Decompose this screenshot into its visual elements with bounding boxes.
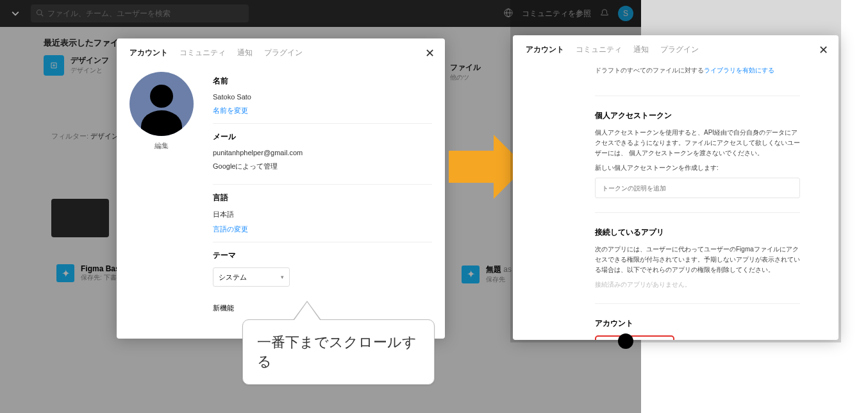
- email-label: メール: [213, 131, 432, 142]
- theme-label: テーマ: [213, 250, 432, 261]
- modal-tabs: アカウント コミュニティ 通知 プラグイン ✕: [117, 38, 445, 68]
- scroll-callout: 一番下までスクロールする: [242, 319, 435, 385]
- delete-account-button[interactable]: アカウントを削除: [595, 335, 674, 340]
- profile-info: 名前 Satoko Sato 名前を変更 メール punitanhphelper…: [213, 68, 432, 339]
- enable-libraries-link[interactable]: ライブラリを有効にする: [704, 67, 774, 74]
- close-icon[interactable]: ✕: [425, 46, 435, 60]
- apps-description: 次のアプリには、ユーザーに代わってユーザーのFigmaファイルにアクセスできる権…: [595, 244, 800, 275]
- close-icon[interactable]: ✕: [819, 43, 828, 57]
- callout-text: 一番下までスクロールする: [257, 334, 417, 369]
- avatar-edit-link[interactable]: 編集: [154, 141, 169, 151]
- connected-apps-section: 接続しているアプリ 次のアプリには、ユーザーに代わってユーザーのFigmaファイ…: [595, 227, 800, 289]
- tab-plugins[interactable]: プラグイン: [264, 47, 303, 58]
- avatar[interactable]: [129, 72, 194, 136]
- token-description: 個人アクセストークンを使用すると、API経由で自分自身のデータにアクセスできるよ…: [595, 128, 800, 158]
- step-indicator-icon: [618, 333, 633, 349]
- name-label: 名前: [213, 76, 432, 87]
- token-heading: 個人アクセストークン: [595, 110, 800, 121]
- draft-libraries-line: ドラフトのすべてのファイルに対するライブラリを有効にする: [595, 65, 800, 81]
- token-description-input[interactable]: [595, 178, 800, 198]
- tab-account[interactable]: アカウント: [526, 44, 564, 55]
- modal-tabs: アカウント コミュニティ 通知 プラグイン ✕: [513, 35, 839, 65]
- theme-select[interactable]: システム ▾: [213, 267, 290, 287]
- tab-community[interactable]: コミュニティ: [179, 47, 226, 58]
- token-create-label: 新しい個人アクセストークンを作成します:: [595, 164, 800, 173]
- name-value: Satoko Sato: [213, 93, 432, 101]
- tab-notifications[interactable]: 通知: [237, 47, 253, 58]
- language-label: 言語: [213, 192, 432, 203]
- tab-plugins[interactable]: プラグイン: [660, 44, 699, 55]
- change-language-link[interactable]: 言語の変更: [213, 224, 432, 234]
- email-managed: Googleによって管理: [213, 162, 432, 171]
- settings-modal-left: アカウント コミュニティ 通知 プラグイン ✕ 編集 名前 Satoko Sat…: [117, 38, 445, 339]
- tab-community[interactable]: コミュニティ: [576, 44, 622, 55]
- apps-empty-text: 接続済みのアプリがありません。: [595, 280, 800, 289]
- avatar-column: 編集: [129, 68, 194, 339]
- apps-heading: 接続しているアプリ: [595, 227, 800, 238]
- theme-value: システム: [219, 273, 247, 282]
- tab-notifications[interactable]: 通知: [633, 44, 649, 55]
- access-token-section: 個人アクセストークン 個人アクセストークンを使用すると、API経由で自分自身のデ…: [595, 110, 800, 198]
- email-value: punitanhphelper@gmail.com: [213, 149, 432, 156]
- language-value: 日本語: [213, 210, 432, 219]
- settings-modal-right: アカウント コミュニティ 通知 プラグイン ✕ ドラフトのすべてのファイルに対す…: [513, 35, 839, 340]
- chevron-down-icon: ▾: [281, 274, 284, 280]
- tab-account[interactable]: アカウント: [129, 47, 168, 58]
- change-name-link[interactable]: 名前を変更: [213, 106, 432, 115]
- account-heading: アカウント: [595, 318, 800, 329]
- new-features-label: 新機能: [213, 294, 432, 313]
